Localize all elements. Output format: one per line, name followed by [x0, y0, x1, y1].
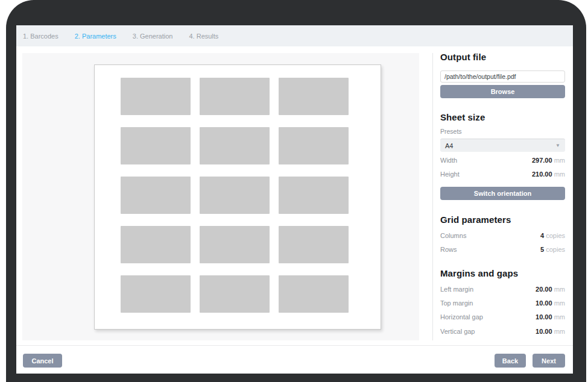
- vertical-gap-unit: mm: [554, 328, 565, 335]
- browse-button[interactable]: Browse: [440, 85, 565, 98]
- barcode-placeholder: [279, 127, 349, 164]
- presets-select[interactable]: A4 ▼: [440, 139, 565, 152]
- barcode-placeholder: [200, 78, 270, 115]
- barcode-placeholder: [200, 177, 270, 214]
- tab-barcodes[interactable]: 1. Barcodes: [23, 33, 58, 40]
- settings-panel: Output file Browse Sheet size Presets A4…: [440, 25, 565, 345]
- barcode-placeholder: [279, 177, 349, 214]
- rows-label: Rows: [440, 246, 457, 253]
- sheet-preview: [94, 64, 381, 330]
- footer-divider: [16, 345, 573, 346]
- cancel-button[interactable]: Cancel: [23, 354, 62, 368]
- top-margin-row: Top margin 10.00 mm: [440, 299, 565, 308]
- horizontal-gap-unit: mm: [554, 313, 565, 321]
- output-file-input[interactable]: [440, 70, 565, 83]
- width-label: Width: [440, 157, 457, 164]
- sheet-preview-panel: [22, 53, 419, 340]
- width-value[interactable]: 297.00: [532, 157, 552, 164]
- output-file-heading: Output file: [440, 52, 565, 62]
- barcode-placeholder: [121, 177, 191, 214]
- barcode-placeholder: [200, 127, 270, 164]
- tab-results[interactable]: 4. Results: [189, 33, 218, 40]
- height-unit: mm: [554, 171, 565, 178]
- horizontal-gap-row: Horizontal gap 10.00 mm: [440, 313, 565, 322]
- width-unit: mm: [554, 157, 565, 164]
- vertical-gap-value[interactable]: 10.00: [536, 328, 552, 335]
- presets-select-value: A4: [445, 142, 453, 149]
- panel-divider: [432, 53, 433, 340]
- top-margin-unit: mm: [554, 299, 565, 307]
- columns-label: Columns: [440, 232, 466, 239]
- barcode-placeholder: [121, 275, 191, 313]
- rows-value[interactable]: 5: [540, 246, 544, 253]
- margins-heading: Margins and gaps: [440, 268, 565, 278]
- switch-orientation-button[interactable]: Switch orientation: [440, 187, 565, 200]
- presets-label: Presets: [440, 128, 565, 135]
- app-window: 1. Barcodes 2. Parameters 3. Generation …: [16, 25, 573, 374]
- top-margin-value[interactable]: 10.00: [536, 299, 552, 307]
- barcode-placeholder: [200, 226, 270, 263]
- barcode-placeholder: [200, 275, 270, 313]
- next-button[interactable]: Next: [533, 354, 565, 368]
- vertical-gap-row: Vertical gap 10.00 mm: [440, 328, 565, 336]
- left-margin-unit: mm: [554, 286, 565, 293]
- left-margin-row: Left margin 20.00 mm: [440, 286, 565, 294]
- barcode-placeholder: [279, 78, 349, 115]
- rows-row: Rows 5 copies: [440, 246, 565, 254]
- barcode-grid: [121, 78, 349, 313]
- left-margin-value[interactable]: 20.00: [536, 286, 552, 293]
- tab-generation[interactable]: 3. Generation: [133, 33, 173, 40]
- sheet-size-heading: Sheet size: [440, 112, 565, 122]
- horizontal-gap-label: Horizontal gap: [440, 313, 483, 321]
- vertical-gap-label: Vertical gap: [440, 328, 475, 335]
- barcode-placeholder: [121, 127, 191, 164]
- columns-value[interactable]: 4: [540, 232, 544, 239]
- horizontal-gap-value[interactable]: 10.00: [536, 313, 552, 321]
- columns-unit: copies: [546, 232, 565, 239]
- barcode-placeholder: [121, 78, 191, 115]
- barcode-placeholder: [279, 275, 349, 313]
- width-row: Width 297.00 mm: [440, 157, 565, 165]
- height-row: Height 210.00 mm: [440, 171, 565, 179]
- left-margin-label: Left margin: [440, 286, 473, 293]
- barcode-placeholder: [121, 226, 191, 263]
- chevron-down-icon: ▼: [555, 143, 560, 148]
- barcode-placeholder: [279, 226, 349, 263]
- grid-parameters-heading: Grid parameters: [440, 214, 565, 225]
- columns-row: Columns 4 copies: [440, 232, 565, 240]
- top-margin-label: Top margin: [440, 299, 473, 307]
- height-value[interactable]: 210.00: [532, 171, 552, 178]
- back-button[interactable]: Back: [495, 354, 526, 368]
- height-label: Height: [440, 171, 460, 178]
- tab-parameters[interactable]: 2. Parameters: [75, 33, 116, 40]
- rows-unit: copies: [546, 246, 565, 253]
